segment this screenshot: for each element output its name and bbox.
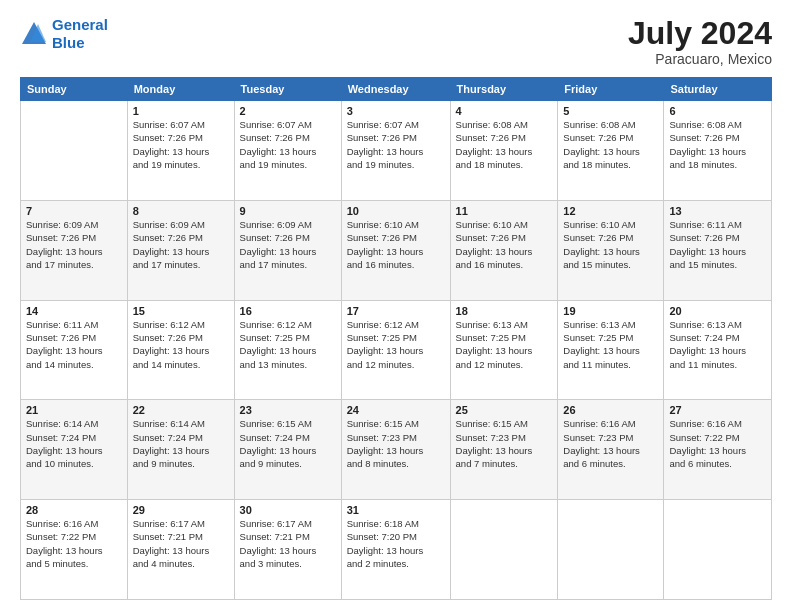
weekday-header-tuesday: Tuesday — [234, 78, 341, 101]
day-number: 8 — [133, 205, 229, 217]
calendar-cell: 23Sunrise: 6:15 AM Sunset: 7:24 PM Dayli… — [234, 400, 341, 500]
calendar-cell: 7Sunrise: 6:09 AM Sunset: 7:26 PM Daylig… — [21, 200, 128, 300]
day-number: 27 — [669, 404, 766, 416]
sub-title: Paracuaro, Mexico — [628, 51, 772, 67]
day-info: Sunrise: 6:09 AM Sunset: 7:26 PM Dayligh… — [133, 218, 229, 271]
day-info: Sunrise: 6:17 AM Sunset: 7:21 PM Dayligh… — [240, 517, 336, 570]
day-number: 19 — [563, 305, 658, 317]
calendar-cell: 14Sunrise: 6:11 AM Sunset: 7:26 PM Dayli… — [21, 300, 128, 400]
day-info: Sunrise: 6:14 AM Sunset: 7:24 PM Dayligh… — [26, 417, 122, 470]
weekday-header-row: SundayMondayTuesdayWednesdayThursdayFrid… — [21, 78, 772, 101]
day-number: 22 — [133, 404, 229, 416]
week-row-5: 28Sunrise: 6:16 AM Sunset: 7:22 PM Dayli… — [21, 500, 772, 600]
day-info: Sunrise: 6:16 AM Sunset: 7:22 PM Dayligh… — [669, 417, 766, 470]
calendar-cell: 30Sunrise: 6:17 AM Sunset: 7:21 PM Dayli… — [234, 500, 341, 600]
weekday-header-monday: Monday — [127, 78, 234, 101]
day-info: Sunrise: 6:10 AM Sunset: 7:26 PM Dayligh… — [347, 218, 445, 271]
day-info: Sunrise: 6:08 AM Sunset: 7:26 PM Dayligh… — [563, 118, 658, 171]
day-number: 24 — [347, 404, 445, 416]
day-info: Sunrise: 6:13 AM Sunset: 7:24 PM Dayligh… — [669, 318, 766, 371]
calendar-cell: 29Sunrise: 6:17 AM Sunset: 7:21 PM Dayli… — [127, 500, 234, 600]
day-number: 29 — [133, 504, 229, 516]
main-title: July 2024 — [628, 16, 772, 51]
calendar-cell: 22Sunrise: 6:14 AM Sunset: 7:24 PM Dayli… — [127, 400, 234, 500]
calendar-cell: 24Sunrise: 6:15 AM Sunset: 7:23 PM Dayli… — [341, 400, 450, 500]
day-number: 26 — [563, 404, 658, 416]
calendar-cell: 12Sunrise: 6:10 AM Sunset: 7:26 PM Dayli… — [558, 200, 664, 300]
calendar-cell: 28Sunrise: 6:16 AM Sunset: 7:22 PM Dayli… — [21, 500, 128, 600]
day-number: 5 — [563, 105, 658, 117]
day-info: Sunrise: 6:15 AM Sunset: 7:24 PM Dayligh… — [240, 417, 336, 470]
day-info: Sunrise: 6:09 AM Sunset: 7:26 PM Dayligh… — [26, 218, 122, 271]
day-number: 11 — [456, 205, 553, 217]
day-number: 13 — [669, 205, 766, 217]
week-row-3: 14Sunrise: 6:11 AM Sunset: 7:26 PM Dayli… — [21, 300, 772, 400]
day-info: Sunrise: 6:10 AM Sunset: 7:26 PM Dayligh… — [563, 218, 658, 271]
calendar-cell: 1Sunrise: 6:07 AM Sunset: 7:26 PM Daylig… — [127, 101, 234, 201]
header: General Blue July 2024 Paracuaro, Mexico — [20, 16, 772, 67]
day-info: Sunrise: 6:08 AM Sunset: 7:26 PM Dayligh… — [456, 118, 553, 171]
day-info: Sunrise: 6:17 AM Sunset: 7:21 PM Dayligh… — [133, 517, 229, 570]
day-number: 1 — [133, 105, 229, 117]
weekday-header-wednesday: Wednesday — [341, 78, 450, 101]
day-info: Sunrise: 6:11 AM Sunset: 7:26 PM Dayligh… — [26, 318, 122, 371]
day-info: Sunrise: 6:16 AM Sunset: 7:23 PM Dayligh… — [563, 417, 658, 470]
day-info: Sunrise: 6:14 AM Sunset: 7:24 PM Dayligh… — [133, 417, 229, 470]
calendar-cell: 19Sunrise: 6:13 AM Sunset: 7:25 PM Dayli… — [558, 300, 664, 400]
day-info: Sunrise: 6:12 AM Sunset: 7:25 PM Dayligh… — [347, 318, 445, 371]
logo: General Blue — [20, 16, 108, 52]
day-info: Sunrise: 6:07 AM Sunset: 7:26 PM Dayligh… — [347, 118, 445, 171]
day-info: Sunrise: 6:15 AM Sunset: 7:23 PM Dayligh… — [347, 417, 445, 470]
calendar-cell: 13Sunrise: 6:11 AM Sunset: 7:26 PM Dayli… — [664, 200, 772, 300]
day-info: Sunrise: 6:07 AM Sunset: 7:26 PM Dayligh… — [133, 118, 229, 171]
day-info: Sunrise: 6:12 AM Sunset: 7:25 PM Dayligh… — [240, 318, 336, 371]
day-info: Sunrise: 6:15 AM Sunset: 7:23 PM Dayligh… — [456, 417, 553, 470]
calendar-table: SundayMondayTuesdayWednesdayThursdayFrid… — [20, 77, 772, 600]
calendar-cell: 26Sunrise: 6:16 AM Sunset: 7:23 PM Dayli… — [558, 400, 664, 500]
day-info: Sunrise: 6:09 AM Sunset: 7:26 PM Dayligh… — [240, 218, 336, 271]
day-number: 28 — [26, 504, 122, 516]
day-number: 3 — [347, 105, 445, 117]
day-number: 16 — [240, 305, 336, 317]
week-row-2: 7Sunrise: 6:09 AM Sunset: 7:26 PM Daylig… — [21, 200, 772, 300]
day-info: Sunrise: 6:13 AM Sunset: 7:25 PM Dayligh… — [456, 318, 553, 371]
calendar-cell: 11Sunrise: 6:10 AM Sunset: 7:26 PM Dayli… — [450, 200, 558, 300]
calendar-cell: 16Sunrise: 6:12 AM Sunset: 7:25 PM Dayli… — [234, 300, 341, 400]
page: General Blue July 2024 Paracuaro, Mexico… — [0, 0, 792, 612]
day-number: 14 — [26, 305, 122, 317]
logo-icon — [20, 20, 48, 48]
calendar-cell: 25Sunrise: 6:15 AM Sunset: 7:23 PM Dayli… — [450, 400, 558, 500]
weekday-header-thursday: Thursday — [450, 78, 558, 101]
calendar-cell: 20Sunrise: 6:13 AM Sunset: 7:24 PM Dayli… — [664, 300, 772, 400]
day-number: 18 — [456, 305, 553, 317]
logo-text: General Blue — [52, 16, 108, 52]
calendar-cell: 5Sunrise: 6:08 AM Sunset: 7:26 PM Daylig… — [558, 101, 664, 201]
calendar-cell: 31Sunrise: 6:18 AM Sunset: 7:20 PM Dayli… — [341, 500, 450, 600]
day-number: 10 — [347, 205, 445, 217]
calendar-cell — [21, 101, 128, 201]
day-number: 4 — [456, 105, 553, 117]
calendar-cell: 4Sunrise: 6:08 AM Sunset: 7:26 PM Daylig… — [450, 101, 558, 201]
weekday-header-friday: Friday — [558, 78, 664, 101]
calendar-cell: 6Sunrise: 6:08 AM Sunset: 7:26 PM Daylig… — [664, 101, 772, 201]
day-number: 21 — [26, 404, 122, 416]
day-info: Sunrise: 6:10 AM Sunset: 7:26 PM Dayligh… — [456, 218, 553, 271]
weekday-header-saturday: Saturday — [664, 78, 772, 101]
day-number: 12 — [563, 205, 658, 217]
calendar-cell: 15Sunrise: 6:12 AM Sunset: 7:26 PM Dayli… — [127, 300, 234, 400]
day-number: 17 — [347, 305, 445, 317]
calendar-cell: 2Sunrise: 6:07 AM Sunset: 7:26 PM Daylig… — [234, 101, 341, 201]
weekday-header-sunday: Sunday — [21, 78, 128, 101]
calendar-cell: 10Sunrise: 6:10 AM Sunset: 7:26 PM Dayli… — [341, 200, 450, 300]
day-number: 20 — [669, 305, 766, 317]
calendar-cell: 27Sunrise: 6:16 AM Sunset: 7:22 PM Dayli… — [664, 400, 772, 500]
day-info: Sunrise: 6:13 AM Sunset: 7:25 PM Dayligh… — [563, 318, 658, 371]
day-number: 25 — [456, 404, 553, 416]
day-info: Sunrise: 6:08 AM Sunset: 7:26 PM Dayligh… — [669, 118, 766, 171]
title-block: July 2024 Paracuaro, Mexico — [628, 16, 772, 67]
day-number: 31 — [347, 504, 445, 516]
day-number: 6 — [669, 105, 766, 117]
day-info: Sunrise: 6:16 AM Sunset: 7:22 PM Dayligh… — [26, 517, 122, 570]
calendar-cell — [664, 500, 772, 600]
calendar-cell — [450, 500, 558, 600]
